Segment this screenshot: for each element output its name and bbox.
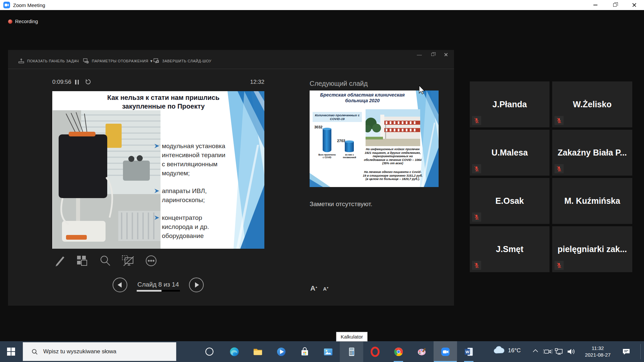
- show-taskbar-button[interactable]: ПОКАЗАТЬ ПАНЕЛЬ ЗАДАЧ: [18, 58, 79, 64]
- end-slideshow-button[interactable]: ЗАВЕРШИТЬ СЛАЙД-ШОУ: [153, 58, 211, 64]
- wall-clock: 12:32: [235, 79, 264, 85]
- meeting-area: Recording ПОКАЗАТЬ ПАНЕЛЬ ЗАДАЧ ПАРАМЕТР…: [0, 10, 644, 341]
- window-titlebar: Zoom Meeting: [0, 0, 644, 10]
- taskbar-tooltip: Kalkulator: [336, 332, 368, 342]
- taskbar-app-opera[interactable]: [363, 341, 387, 362]
- presenter-close-icon[interactable]: [444, 52, 449, 57]
- file-explorer-icon: [253, 347, 263, 357]
- edge-icon: [229, 347, 240, 357]
- weather-cloud-icon[interactable]: [493, 346, 505, 356]
- weather-temperature[interactable]: 16°C: [508, 347, 521, 354]
- participant-tile[interactable]: U.Malesa: [470, 130, 550, 176]
- caret-up-icon: ▴: [316, 286, 317, 289]
- tray-network-icon[interactable]: [555, 348, 564, 356]
- presenter-window-controls: [417, 52, 449, 57]
- taskbar-app-edge[interactable]: [222, 341, 246, 362]
- bar-value: 2703: [337, 139, 345, 143]
- taskbar-app-calculator[interactable]: [340, 341, 363, 362]
- display-options-button[interactable]: ПАРАМЕТРЫ ОТОБРАЖЕНИЯ ▼: [83, 58, 153, 64]
- slide-bullet-list: модульная установка интенсивной терапии …: [162, 141, 230, 249]
- taskbar-clock[interactable]: 11:32 2021-08-27: [581, 343, 614, 358]
- zoom-taskbar-icon: [440, 347, 451, 357]
- tray-volume-icon[interactable]: [567, 348, 575, 357]
- close-button[interactable]: [625, 0, 644, 10]
- pause-timer-button[interactable]: [75, 80, 79, 84]
- slide-bullet: модульная установка интенсивной терапии …: [162, 141, 230, 178]
- chart-title: Количество пролеченных с COVID-19: [313, 112, 362, 122]
- restart-timer-button[interactable]: [85, 79, 91, 85]
- mic-muted-icon: [472, 116, 481, 125]
- participant-tile[interactable]: W.Żelisko: [552, 81, 632, 127]
- see-all-slides-button[interactable]: [75, 254, 89, 268]
- participant-name: W.Żelisko: [573, 100, 611, 109]
- taskbar-search-input[interactable]: Wpisz tu wyszukiwane słowa: [23, 342, 176, 361]
- taskbar-panel-icon: [18, 58, 24, 64]
- next-slide-button[interactable]: [189, 278, 204, 292]
- windows-logo-icon: [7, 348, 15, 356]
- presenter-restore-icon[interactable]: [431, 53, 434, 56]
- more-options-button[interactable]: [144, 254, 158, 268]
- taskbar-app-microsoft-store[interactable]: [293, 341, 316, 362]
- previous-slide-button[interactable]: [113, 278, 127, 292]
- restore-button[interactable]: [605, 0, 625, 10]
- previous-icon: [118, 282, 122, 288]
- chart-bar: [323, 129, 331, 152]
- minimize-button[interactable]: [586, 0, 605, 10]
- tray-chevron-up-icon[interactable]: [532, 349, 539, 355]
- opera-icon: [370, 347, 380, 357]
- participant-name: J.Smęt: [496, 244, 523, 254]
- photos-icon: [323, 347, 333, 357]
- next-icon: [195, 282, 199, 288]
- slide-counter: Слайд 8 из 14: [137, 281, 180, 288]
- word-icon: W: [464, 347, 474, 357]
- notes-font-increase-button[interactable]: A▴: [310, 284, 317, 292]
- zoom-into-slide-button[interactable]: [98, 254, 112, 268]
- taskbar-app-chrome[interactable]: [387, 341, 410, 362]
- taskbar-app-zoom[interactable]: [434, 341, 457, 362]
- taskbar-apps: W: [222, 341, 480, 362]
- show-taskbar-label: ПОКАЗАТЬ ПАНЕЛЬ ЗАДАЧ: [27, 59, 79, 63]
- show-desktop-separator[interactable]: [640, 344, 641, 359]
- blank-screen-button[interactable]: [121, 254, 135, 268]
- participant-tile[interactable]: M. Kuźmińska: [552, 178, 632, 224]
- mic-muted-icon: [472, 164, 481, 173]
- pen-tool-button[interactable]: [53, 254, 67, 268]
- groove-music-icon: [276, 347, 286, 357]
- start-button[interactable]: [0, 341, 22, 362]
- bar-label: из них с пневмонией: [341, 154, 358, 159]
- microsoft-store-icon: [300, 347, 310, 357]
- taskbar-app-paint[interactable]: [410, 341, 434, 362]
- tray-camera-icon[interactable]: [543, 348, 553, 356]
- presenter-minimize-icon[interactable]: [417, 52, 422, 55]
- taskbar-app-word[interactable]: W: [457, 341, 480, 362]
- chart-bar: [345, 141, 354, 152]
- search-placeholder: Wpisz tu wyszukiwane słowa: [43, 348, 116, 355]
- participant-name: U.Malesa: [492, 148, 528, 158]
- mic-muted-icon: [555, 164, 564, 173]
- taskbar-app-photos[interactable]: [316, 341, 340, 362]
- slide-sorter-icon: [75, 254, 89, 268]
- notes-font-decrease-button[interactable]: A▾: [323, 286, 328, 292]
- participant-name: M. Kuźmińska: [564, 196, 620, 206]
- caret-down-icon: ▾: [327, 286, 328, 289]
- restore-icon: [613, 3, 617, 7]
- slide-title: Как нельзя к стати нам пришлись закуплен…: [92, 93, 235, 111]
- restart-icon: [85, 79, 91, 85]
- cortana-icon[interactable]: [205, 348, 213, 356]
- taskbar-app-file-explorer[interactable]: [246, 341, 269, 362]
- taskbar-app-groove-music[interactable]: [269, 341, 293, 362]
- participant-tile[interactable]: E.Osak: [470, 178, 550, 224]
- minimize-icon: [593, 5, 597, 5]
- participant-tile[interactable]: J.Smęt: [470, 226, 550, 272]
- participant-tile[interactable]: pielęgniarki zak...: [552, 226, 632, 272]
- participant-tile[interactable]: Zakaźny Biała P...: [552, 130, 632, 176]
- pen-icon: [53, 254, 67, 268]
- action-center-icon[interactable]: [622, 348, 631, 357]
- ellipsis-icon: [144, 254, 158, 268]
- slide-bullet: аппараты ИВЛ, ларингоскопы;: [162, 186, 230, 204]
- participant-name: J.Płanda: [493, 100, 527, 109]
- participant-tile[interactable]: J.Płanda: [470, 81, 550, 127]
- slide-photo-medical-equipment: [53, 110, 160, 249]
- search-icon: [31, 349, 38, 355]
- mic-muted-icon: [472, 261, 481, 270]
